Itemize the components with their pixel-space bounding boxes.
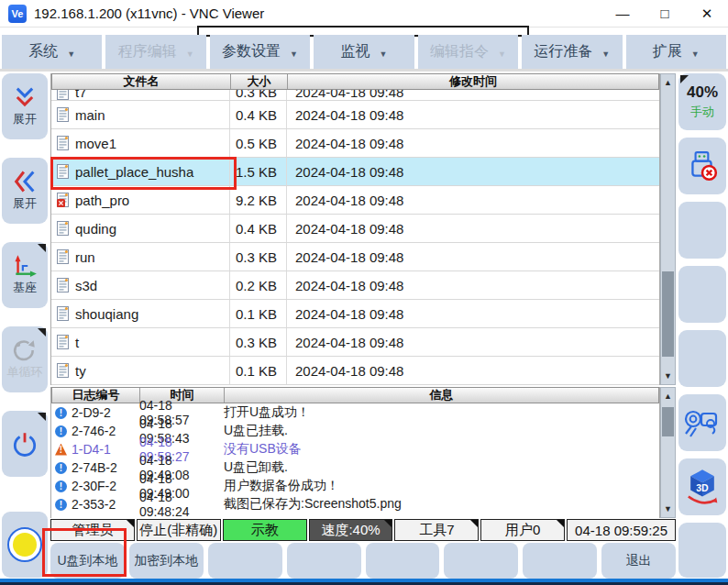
blank-button-2[interactable] [678, 266, 726, 323]
svg-text:3D: 3D [696, 482, 709, 493]
column-header-log-message[interactable]: 信息 [225, 388, 658, 403]
log-message: U盘已挂载. [224, 423, 659, 439]
status-label: 示教 [251, 522, 279, 539]
base-coordinate-button[interactable]: 基座 [2, 242, 48, 308]
file-table-header: 文件名 大小 修改时间 [51, 73, 659, 90]
file-size: 0.1 KB [230, 300, 287, 327]
column-header-size[interactable]: 大小 [231, 74, 288, 89]
log-row[interactable]: 2-353-2 04-18 09:48:24 截图已保存为:Screenshot… [51, 495, 659, 513]
usb-eject-button[interactable] [678, 138, 726, 194]
hand-guide-button[interactable] [678, 394, 726, 451]
file-modified-time: 2024-04-18 09:48 [287, 215, 659, 242]
status-item[interactable]: 停止(非精确) [137, 519, 221, 541]
servo-status-button[interactable] [2, 512, 48, 578]
bottom-button[interactable] [523, 543, 597, 579]
column-header-filename[interactable]: 文件名 [52, 74, 231, 89]
blank-button-3[interactable] [678, 330, 726, 387]
scroll-up-icon[interactable]: ▲ [661, 74, 675, 91]
column-header-log-id[interactable]: 日志编号 [52, 388, 140, 403]
status-item[interactable]: 用户0 [480, 519, 565, 541]
log-scrollbar-thumb[interactable] [662, 407, 674, 436]
file-row[interactable]: s3d 0.2 KB 2024-04-18 09:48 [51, 271, 659, 300]
menu-button[interactable]: 程序编辑 [105, 35, 205, 69]
file-name: t [75, 335, 79, 350]
bottom-button[interactable] [287, 543, 361, 579]
file-row[interactable]: main 0.4 KB 2024-04-18 09:48 [51, 101, 659, 129]
menu-button[interactable]: 系统 [2, 35, 102, 69]
file-icon [57, 90, 69, 100]
menu-button[interactable]: 扩展 [626, 35, 726, 69]
file-size: 0.1 KB [230, 357, 287, 384]
menu-button[interactable]: 运行准备 [522, 35, 622, 69]
3d-view-button[interactable]: 3D [678, 458, 726, 515]
file-icon [57, 249, 69, 264]
bottom-button[interactable] [208, 543, 282, 579]
power-button[interactable] [2, 411, 48, 477]
menu-separator [0, 69, 728, 72]
log-message: 没有USB设备 [224, 441, 659, 458]
file-modified-time: 2024-04-18 09:48 [287, 90, 659, 100]
file-row[interactable]: run 0.3 KB 2024-04-18 09:48 [51, 243, 659, 271]
file-modified-time: 2024-04-18 09:48 [287, 243, 659, 270]
file-row[interactable]: shouqiang 0.1 KB 2024-04-18 09:48 [51, 300, 659, 328]
single-cycle-button[interactable]: 单循环 [2, 326, 48, 392]
expand-left-button[interactable]: 展开 [2, 158, 48, 224]
status-bar: 管理员 停止(非精确) 示教 速度:40% 工具7 用户0 04-18 09 [50, 519, 676, 541]
bottom-button[interactable] [366, 543, 440, 579]
log-scrollbar[interactable]: ▲ ▼ [660, 387, 676, 518]
log-level-icon [55, 407, 67, 419]
file-icon [57, 335, 69, 349]
file-row[interactable]: quding 0.4 KB 2024-04-18 09:48 [51, 215, 659, 243]
expand-down-button[interactable]: 展开 [2, 73, 48, 139]
status-item[interactable]: 工具7 [394, 519, 479, 541]
maximize-button[interactable]: □ [644, 1, 686, 27]
status-item[interactable]: 管理员 [50, 519, 135, 541]
sidebar-item-label: 基座 [13, 280, 37, 296]
menu-label: 参数设置 [222, 42, 281, 61]
minimize-button[interactable]: — [601, 1, 644, 27]
chevron-down-icon [67, 44, 75, 61]
file-row[interactable]: t7 0.3 KB 2024-04-18 09:48 [51, 90, 659, 101]
file-scrollbar[interactable]: ▲ ▼ [660, 73, 676, 385]
file-row[interactable]: t 0.3 KB 2024-04-18 09:48 [51, 328, 659, 357]
file-row[interactable]: move1 0.5 KB 2024-04-18 09:48 [51, 129, 659, 158]
file-icon [57, 306, 69, 321]
status-item[interactable]: 速度:40% [309, 519, 393, 541]
coordinate-axes-icon [12, 254, 38, 278]
bottom-button[interactable]: U盘到本地 [50, 543, 125, 579]
menu-button[interactable]: 参数设置 [210, 35, 310, 69]
menu-button[interactable]: 编辑指令 [418, 35, 518, 69]
bottom-button-label: 退出 [626, 553, 652, 569]
chevron-down-icon [290, 44, 298, 61]
status-item[interactable]: 示教 [223, 519, 307, 541]
file-row[interactable]: ty 0.1 KB 2024-04-18 09:48 [51, 357, 659, 385]
bottom-button-label: 加密到本地 [134, 553, 198, 569]
file-row[interactable]: path_pro 9.2 KB 2024-04-18 09:48 [51, 186, 659, 215]
status-item[interactable]: 04-18 09:59:25 [567, 519, 676, 541]
blank-button-4[interactable] [678, 523, 726, 578]
log-id: 2-30F-2 [72, 479, 116, 493]
chevron-down-icon [498, 44, 506, 61]
scroll-down-icon[interactable]: ▼ [661, 368, 675, 384]
file-scrollbar-thumb[interactable] [662, 271, 674, 357]
column-header-modified[interactable]: 修改时间 [288, 74, 658, 89]
speed-button[interactable]: 40% 手动 [678, 73, 726, 130]
power-icon [11, 430, 39, 458]
file-name: pallet_place_husha [75, 164, 193, 180]
scroll-down-icon[interactable]: ▼ [661, 501, 675, 517]
log-level-icon [55, 444, 67, 456]
bottom-button[interactable] [444, 543, 518, 579]
file-row[interactable]: pallet_place_husha 1.5 KB 2024-04-18 09:… [51, 158, 659, 186]
bottom-button[interactable]: 退出 [601, 543, 676, 579]
double-chevron-down-icon [12, 85, 38, 109]
chevron-down-icon [601, 44, 610, 61]
file-icon [57, 136, 69, 150]
blank-button-1[interactable] [678, 202, 726, 259]
close-button[interactable]: ✕ [686, 1, 728, 27]
file-icon [57, 193, 69, 207]
scroll-up-icon[interactable]: ▲ [661, 388, 675, 404]
menu-button[interactable]: 监视 [314, 35, 414, 69]
log-id: 2-746-2 [72, 424, 116, 438]
bottom-button[interactable]: 加密到本地 [129, 543, 204, 579]
vnc-viewer-window: Ve 192.168.1.200 (x11vnc) - VNC Viewer —… [0, 0, 728, 585]
